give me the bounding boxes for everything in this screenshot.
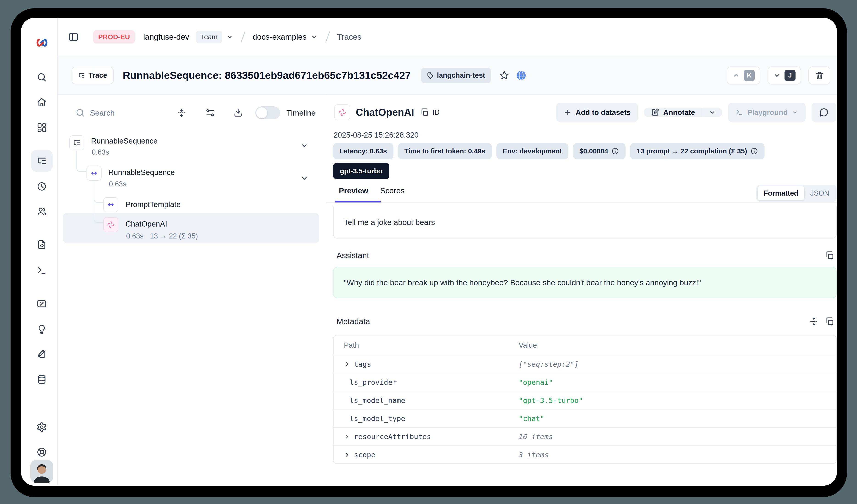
org-chevron-down-icon[interactable] — [226, 33, 234, 41]
annotation-icon[interactable] — [36, 349, 47, 360]
tabs-divider — [326, 203, 837, 203]
format-json-option[interactable]: JSON — [804, 186, 835, 201]
input-message-box: Tell me a joke about bears — [333, 206, 837, 239]
input-message-text: Tell me a joke about bears — [344, 218, 435, 227]
tracing-icon[interactable] — [36, 155, 47, 166]
insights-icon[interactable] — [36, 324, 47, 334]
tree-search-input[interactable] — [90, 108, 156, 117]
org-role-badge[interactable]: Team — [196, 31, 222, 43]
project-chevron-down-icon[interactable] — [310, 33, 318, 41]
tree-connector — [94, 181, 103, 223]
playground-button[interactable]: Playground — [728, 103, 806, 122]
column-value: Value — [519, 341, 537, 349]
home-icon[interactable] — [36, 97, 47, 107]
node-metrics: 0.63s13 → 22 (Σ 35) — [126, 232, 198, 240]
node-label: PromptTemplate — [125, 200, 181, 209]
comments-button[interactable] — [811, 103, 836, 122]
tree-toolbar: Timeline — [58, 101, 326, 124]
chain-node-icon — [86, 166, 102, 181]
annotate-button[interactable]: Annotate — [644, 108, 702, 117]
node-duration: 0.63s — [92, 148, 109, 156]
settings-gear-icon[interactable] — [36, 422, 47, 432]
chevron-up-icon — [732, 72, 740, 79]
node-collapse-chevron[interactable] — [300, 141, 309, 150]
trace-tag-badge[interactable]: langchain-test — [421, 68, 491, 83]
model-badge[interactable]: gpt-3.5-turbo — [333, 163, 389, 179]
playground-icon[interactable] — [36, 265, 47, 276]
metadata-row-ls-model-type: ls_model_type "chat" — [334, 409, 836, 427]
observation-detail-panel: ChatOpenAI ID Add to datasets Annotate — [326, 95, 837, 486]
tree-search-icon — [75, 108, 85, 118]
tokens-value: 13 prompt → 22 completion (Σ 35) — [637, 147, 747, 155]
metadata-row-ls-provider: ls_provider "openai" — [334, 373, 836, 391]
dashboards-icon[interactable] — [36, 122, 47, 133]
environment-badge[interactable]: PROD-EU — [93, 30, 135, 44]
column-path: Path — [344, 341, 359, 349]
expand-chevron-icon — [344, 433, 350, 440]
support-icon[interactable] — [36, 447, 47, 457]
delete-trace-button[interactable] — [808, 67, 830, 84]
prompts-icon[interactable] — [36, 239, 47, 250]
metric-badges: Latency: 0.63s Time to first token: 0.49… — [333, 143, 764, 159]
copy-id-icon[interactable] — [420, 108, 429, 117]
cost-value: $0.00004 — [579, 147, 608, 155]
node-tokens: 13 → 22 (Σ 35) — [150, 232, 198, 240]
trace-nav-cluster: K J — [727, 67, 830, 84]
add-to-datasets-button[interactable]: Add to datasets — [556, 103, 638, 122]
row-key: resourceAttributes — [354, 432, 431, 441]
next-trace-button[interactable]: J — [768, 67, 801, 84]
annotate-pen-icon — [651, 108, 659, 117]
tab-scores[interactable]: Scores — [380, 186, 405, 197]
shortcut-j-key: J — [785, 70, 795, 81]
scores-icon[interactable] — [36, 298, 47, 309]
expand-all-icon[interactable] — [809, 317, 819, 326]
timeline-label: Timeline — [286, 108, 316, 117]
format-formatted-option[interactable]: Formatted — [758, 186, 805, 201]
annotate-dropdown-chevron[interactable] — [702, 108, 722, 117]
node-label: RunnableSequence — [108, 168, 175, 177]
info-icon — [611, 147, 619, 155]
timeline-toggle[interactable] — [255, 106, 280, 119]
node-collapse-chevron[interactable] — [300, 174, 309, 183]
observation-timestamp: 2025-08-25 15:26:28.320 — [334, 131, 419, 139]
user-avatar[interactable] — [30, 460, 53, 483]
detail-header: ChatOpenAI ID Add to datasets Annotate — [334, 103, 836, 122]
metadata-heading: Metadata — [337, 317, 370, 326]
assistant-section-header: Assistant — [337, 250, 835, 261]
assistant-message-box: "Why did the bear break up with the hone… — [333, 267, 837, 298]
datasets-icon[interactable] — [36, 374, 47, 385]
sessions-icon[interactable] — [36, 181, 47, 192]
download-icon[interactable] — [233, 108, 243, 118]
langfuse-logo[interactable] — [35, 38, 49, 47]
metadata-row-resourceattributes[interactable]: resourceAttributes 16 items — [334, 427, 836, 445]
collapse-observations-icon[interactable] — [177, 108, 187, 118]
users-icon[interactable] — [36, 206, 47, 217]
prev-trace-button[interactable]: K — [727, 67, 760, 84]
breadcrumb-section[interactable]: Traces — [337, 32, 362, 41]
sidebar-toggle-icon[interactable] — [68, 31, 79, 42]
node-duration: 0.63s — [109, 180, 127, 188]
breadcrumb-project[interactable]: docs-examples — [253, 32, 306, 41]
metadata-row-tags[interactable]: tags ["seq:step:2"] — [334, 355, 836, 373]
detail-tabs: Preview Scores — [339, 186, 404, 197]
search-icon[interactable] — [36, 72, 47, 83]
breadcrumb-org[interactable]: langfuse-dev — [143, 32, 189, 41]
copy-assistant-icon[interactable] — [825, 250, 835, 260]
cost-badge[interactable]: $0.00004 — [573, 143, 625, 159]
copy-metadata-icon[interactable] — [825, 317, 835, 326]
view-settings-icon[interactable] — [205, 108, 215, 118]
trace-node-icon — [69, 135, 84, 151]
playground-chevron-icon — [791, 109, 798, 116]
toggle-knob — [256, 107, 267, 118]
public-globe-icon[interactable] — [516, 70, 527, 81]
tokens-badge[interactable]: 13 prompt → 22 completion (Σ 35) — [630, 143, 764, 159]
row-value: 3 items — [519, 451, 549, 459]
bookmark-star-icon[interactable] — [499, 70, 509, 81]
trash-icon — [815, 71, 824, 80]
tab-preview[interactable]: Preview — [339, 186, 368, 197]
metadata-row-scope[interactable]: scope 3 items — [334, 445, 836, 464]
tree-connector — [77, 151, 86, 172]
playground-label: Playground — [747, 108, 788, 117]
app-window: PROD-EU langfuse-dev Team docs-examples … — [21, 18, 837, 486]
row-value: "openai" — [519, 378, 553, 386]
